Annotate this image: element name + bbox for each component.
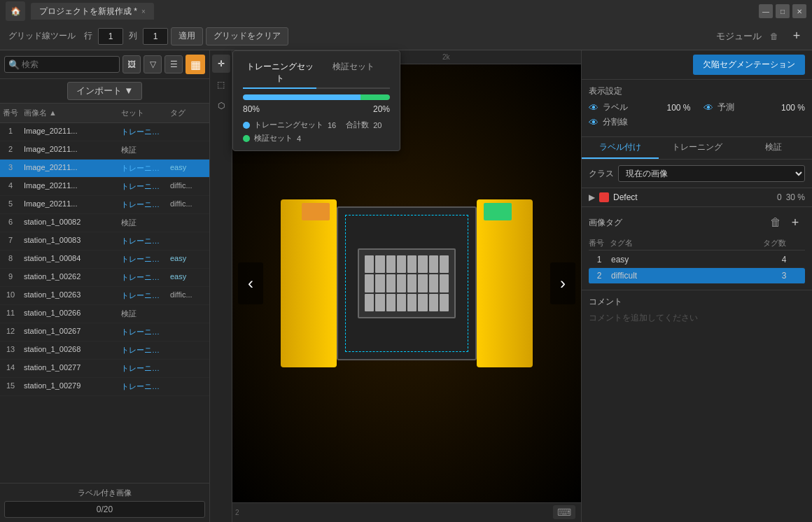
select-tool-button[interactable]: ✛ (212, 55, 230, 73)
module-header: 欠陥セグメンテーション (582, 50, 812, 80)
next-image-button[interactable]: › (550, 262, 575, 304)
table-row[interactable]: 5 Image_20211... トレーニング diffic... (0, 196, 209, 214)
row-input[interactable] (98, 28, 123, 45)
train-tab[interactable]: トレーニングセット (243, 58, 316, 89)
valid-count: 4 (297, 134, 301, 143)
left-panel: 🔍 🖼 ▽ ☰ ▦ インポート ▼ 番号 画像名 ▲ セット タグ 1 Imag… (0, 50, 210, 522)
table-row[interactable]: 15 station_1_00279 トレーニング (0, 378, 209, 396)
add-module-button[interactable]: + (787, 27, 806, 46)
table-row[interactable]: 6 station_1_00082 検証 (0, 214, 209, 232)
split-bar (243, 94, 390, 100)
table-row[interactable]: 10 station_1_00263 トレーニング diffic... (0, 287, 209, 305)
comment-section: コメント コメントを追加してください (582, 290, 812, 522)
table-row[interactable]: 4 Image_20211... トレーニング diffic... (0, 178, 209, 196)
image-content (281, 185, 533, 381)
delete-tag-button[interactable]: 🗑 (766, 213, 785, 232)
table-row[interactable]: 8 station_1_00084 トレーニング easy (0, 251, 209, 269)
list-view-button[interactable]: ☰ (164, 55, 183, 73)
predict-pct: 100 % (781, 103, 805, 113)
bottom-ruler: 2 ⌨ (232, 502, 581, 522)
train-bar (243, 94, 360, 100)
search-input[interactable] (4, 56, 120, 73)
divider-eye-icon[interactable]: 👁 (589, 117, 598, 128)
tab-close-button[interactable]: × (141, 8, 146, 15)
defect-section: ▶ Defect 0 30 % (582, 188, 812, 207)
project-tab[interactable]: プロジェクトを新規作成 * × (31, 3, 154, 20)
col-num: 番号 (0, 106, 21, 120)
valid-pct: 20% (373, 104, 390, 114)
clear-grid-button[interactable]: グリッドをクリア (206, 27, 288, 45)
col-set: セット (118, 106, 167, 120)
connector-center (337, 206, 477, 360)
close-window-button[interactable]: ✕ (792, 4, 806, 18)
class-select[interactable]: 現在の画像 (618, 165, 805, 182)
maximize-button[interactable]: □ (776, 4, 790, 18)
train-legend-item: トレーニングセット 16 合計数 20 (243, 120, 390, 130)
valid-legend-label: 検証セット (254, 133, 293, 143)
center-panel: トレーニングセット 検証セット 80% 20% トレーニングセット 16 合計数… (232, 50, 581, 522)
table-row[interactable]: 12 station_1_00267 トレーニング (0, 323, 209, 341)
row-label: 行 (81, 30, 95, 42)
predict-eye-icon[interactable]: 👁 (704, 102, 713, 113)
delete-module-button[interactable]: 🗑 (764, 27, 784, 46)
home-button[interactable]: 🏠 (6, 1, 25, 21)
defect-segmentation-button[interactable]: 欠陥セグメンテーション (693, 55, 805, 75)
defect-count: 0 (777, 192, 782, 202)
import-button[interactable]: インポート ▼ (67, 82, 143, 100)
table-row[interactable]: 7 station_1_00083 トレーニング (0, 232, 209, 251)
label-display-row: 👁 ラベル 100 % 👁 予測 100 % (589, 101, 805, 113)
main-area: 🔍 🖼 ▽ ☰ ▦ インポート ▼ 番号 画像名 ▲ セット タグ 1 Imag… (0, 50, 812, 522)
defect-name: Defect (613, 192, 773, 202)
divider-label: 分割線 (603, 116, 805, 128)
table-row[interactable]: 13 station_1_00268 トレーニング (0, 341, 209, 360)
defect-row: ▶ Defect 0 30 % (589, 192, 805, 202)
valid-tab[interactable]: 検証セット (316, 58, 390, 89)
comment-placeholder[interactable]: コメントを追加してください (589, 312, 805, 324)
table-row[interactable]: 14 station_1_00277 トレーニング (0, 360, 209, 378)
label-count: 0/20 (4, 501, 205, 518)
tab-training[interactable]: トレーニング (659, 137, 736, 159)
class-label: クラス (589, 168, 614, 180)
tag-col-num: 番号 (589, 238, 610, 248)
connector-pins (358, 248, 456, 318)
grid-tool-label: グリッド線ツール (6, 30, 78, 42)
file-table: 1 Image_20211... トレーニング 2 Image_20211...… (0, 123, 209, 483)
filter-button[interactable]: ▽ (144, 55, 162, 73)
ruler-bottom-mark: 2 (235, 509, 239, 516)
train-dot (243, 122, 250, 129)
table-row[interactable]: 1 Image_20211... トレーニング (0, 123, 209, 141)
expand-arrow[interactable]: ▶ (589, 192, 595, 202)
prev-image-button[interactable]: ‹ (238, 262, 263, 304)
table-row[interactable]: 9 station_1_00262 トレーニング easy (0, 269, 209, 287)
defect-pct: 30 % (786, 192, 805, 202)
rect-tool-button[interactable]: ⬚ (212, 76, 230, 94)
add-tag-button[interactable]: + (785, 213, 805, 232)
label-eye-icon[interactable]: 👁 (589, 102, 598, 113)
image-view-button[interactable]: 🖼 (122, 55, 141, 73)
right-panel: 欠陥セグメンテーション 表示設定 👁 ラベル 100 % 👁 予測 100 % … (581, 50, 812, 522)
tag-row[interactable]: 2 difficult 3 (589, 268, 805, 284)
tag-row[interactable]: 1 easy 4 (589, 252, 805, 268)
split-legend: トレーニングセット 16 合計数 20 検証セット 4 (243, 120, 390, 143)
label-display-label: ラベル (603, 101, 662, 113)
table-row[interactable]: 11 station_1_00266 検証 (0, 305, 209, 323)
tab-validation[interactable]: 検証 (735, 137, 812, 159)
polygon-tool-button[interactable]: ⬡ (212, 97, 230, 115)
table-row[interactable]: 3 Image_20211... トレーニング easy (0, 160, 209, 178)
col-tag: タグ (167, 106, 209, 120)
train-legend-label: トレーニングセット (254, 120, 323, 130)
keyboard-button[interactable]: ⌨ (553, 505, 575, 519)
tag-section: 画像タグ 🗑 + 番号 タグ名 タグ数 1 easy 4 2 difficult… (582, 207, 812, 290)
grid-view-button[interactable]: ▦ (186, 55, 205, 74)
search-icon: 🔍 (8, 59, 20, 70)
tab-labeling[interactable]: ラベル付け (582, 137, 659, 159)
table-row[interactable]: 2 Image_20211... 検証 (0, 141, 209, 160)
col-input[interactable] (143, 28, 168, 45)
valid-dot (243, 135, 250, 142)
label-tabs: ラベル付け トレーニング 検証 (582, 137, 812, 160)
split-percentages: 80% 20% (243, 104, 390, 114)
toolbar: グリッド線ツール 行 列 適用 グリッドをクリア モジュール 🗑 + (0, 22, 812, 50)
apply-button[interactable]: 適用 (171, 27, 203, 45)
window-controls: — □ ✕ (759, 4, 806, 18)
minimize-button[interactable]: — (759, 4, 773, 18)
